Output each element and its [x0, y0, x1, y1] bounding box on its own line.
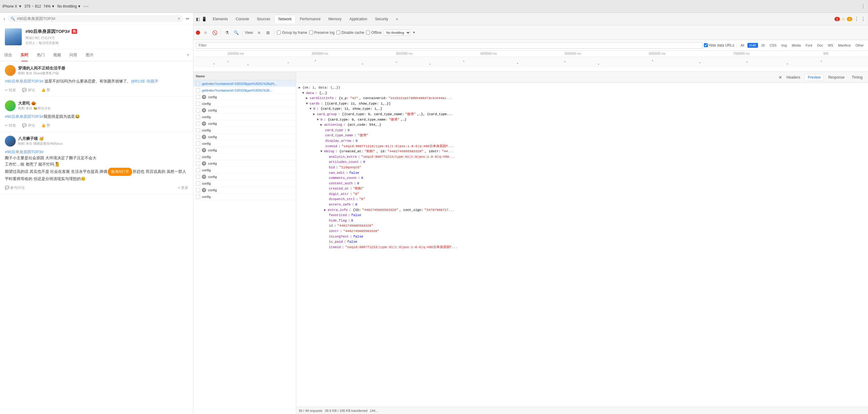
view-screenshot-button[interactable]: ⊞	[265, 29, 272, 36]
mobile-content[interactable]: ‹ 🔍 ✕ ✏ #90后单身原因TOP3# 热	[0, 13, 193, 414]
search-box[interactable]: 🔍 ✕	[7, 15, 183, 22]
record-button[interactable]	[196, 31, 200, 35]
stop-button[interactable]: ⊘	[202, 29, 209, 36]
zoom-selector[interactable]: 74% ▼	[43, 4, 55, 8]
request-item-5[interactable]: config	[193, 114, 296, 120]
filter-css[interactable]: CSS	[768, 43, 779, 48]
request-item-1[interactable]: getIndex?containerid=100103type%3D61%26.…	[193, 87, 296, 94]
tab-图片[interactable]: 图片	[82, 49, 98, 61]
search-button[interactable]: 🔍	[232, 29, 240, 36]
req-checkbox-2[interactable]	[196, 95, 200, 99]
preserve-log-checkbox[interactable]	[309, 31, 313, 34]
tab-add-button[interactable]: +	[183, 50, 193, 60]
tab-application[interactable]: Application	[346, 15, 371, 23]
request-item-17[interactable]: config	[193, 193, 296, 200]
tab-实时[interactable]: 实时	[16, 49, 33, 61]
filter-media[interactable]: Media	[790, 43, 803, 48]
request-item-15[interactable]: config	[193, 180, 296, 187]
filter-ws[interactable]: WS	[826, 43, 835, 48]
request-item-4[interactable]: config	[193, 107, 296, 114]
request-item-8[interactable]: config	[193, 134, 296, 140]
req-checkbox-15[interactable]	[196, 181, 200, 186]
tab-security[interactable]: Security	[371, 15, 392, 23]
throttle-selector[interactable]: No throttling	[383, 30, 411, 36]
view-list-button[interactable]: ≡	[255, 29, 262, 36]
filter-font[interactable]: Font	[804, 43, 814, 48]
req-checkbox-14[interactable]	[196, 175, 200, 179]
tab-performance[interactable]: Performance	[296, 15, 324, 23]
json-collapse-cards[interactable]: ▼	[306, 101, 308, 107]
request-item-3[interactable]: config	[193, 100, 296, 107]
disable-cache-checkbox[interactable]	[336, 31, 340, 34]
json-collapse-actionlog[interactable]: ▶	[320, 122, 322, 128]
throttle-selector-top[interactable]: No throttling ▼	[57, 4, 81, 8]
request-item-10[interactable]: config	[193, 147, 296, 154]
hide-data-urls-checkbox[interactable]	[704, 43, 708, 47]
repost-button-2[interactable]: ↩ 转发	[5, 123, 16, 128]
feed-link-2[interactable]: #90后单身原因TOP3#	[5, 114, 43, 119]
req-checkbox-12[interactable]	[196, 161, 200, 166]
detail-tab-timing[interactable]: Timing	[849, 74, 866, 81]
devtools-more-icon[interactable]: ⋮	[861, 16, 866, 22]
like-button-1[interactable]: 👍 赞	[41, 88, 50, 93]
filter-all[interactable]: All	[739, 43, 746, 48]
offline-checkbox[interactable]	[366, 31, 370, 34]
filter-other[interactable]: Other	[854, 43, 866, 48]
req-checkbox-1[interactable]	[196, 88, 200, 93]
json-collapse-data[interactable]: ▼	[302, 91, 304, 96]
json-collapse-extra-info[interactable]: ▶	[324, 208, 326, 213]
req-checkbox-16[interactable]	[196, 188, 200, 192]
json-collapse-card-group[interactable]: ▶	[313, 112, 315, 117]
json-collapse-cards-0[interactable]: ▼	[309, 106, 312, 112]
device-selector[interactable]: iPhone X ▼	[2, 4, 22, 8]
devtools-settings-icon[interactable]: ⋮	[854, 16, 859, 22]
request-item-13[interactable]: config	[193, 167, 296, 173]
request-item-6[interactable]: config	[193, 120, 296, 127]
req-checkbox-6[interactable]	[196, 122, 200, 126]
req-checkbox-13[interactable]	[196, 168, 200, 172]
json-collapse-root[interactable]: ▶	[299, 85, 301, 91]
json-collapse-group-0[interactable]: ▼	[317, 117, 319, 123]
devtools-left-icon[interactable]: ◧	[196, 17, 200, 22]
request-item-14[interactable]: config	[193, 173, 296, 180]
weibo-open-button[interactable]: 微博内打开	[108, 168, 132, 176]
json-tree[interactable]: ▶ {ok: 1, data: {,…}} ▼ data: {,…} ▶ car…	[296, 83, 868, 407]
req-checkbox-3[interactable]	[196, 101, 200, 106]
like-button-2[interactable]: 👍 赞	[41, 123, 50, 128]
tab-问答[interactable]: 问答	[65, 49, 82, 61]
tab-memory[interactable]: Memory	[325, 15, 345, 23]
comment-button-1[interactable]: 💬 评论	[22, 88, 35, 93]
clear-button[interactable]: 🚫	[211, 29, 218, 36]
req-checkbox-11[interactable]	[196, 155, 200, 159]
filter-manifest[interactable]: Manifest	[836, 43, 852, 48]
more-button-3[interactable]: ≡ 更多	[178, 185, 188, 190]
request-item-2[interactable]: config	[193, 94, 296, 100]
detail-close-button[interactable]: ✕	[779, 75, 782, 80]
request-list[interactable]: Name getIndex?containerid=100103type%3D6…	[193, 72, 296, 414]
req-checkbox-7[interactable]	[196, 128, 200, 132]
req-checkbox-4[interactable]	[196, 108, 200, 113]
tab-console[interactable]: Console	[232, 15, 253, 23]
req-checkbox-17[interactable]	[196, 195, 200, 199]
filter-doc[interactable]: Doc	[815, 43, 825, 48]
request-item-0[interactable]: getIndex?containerid=100103type%3D61%26q…	[193, 81, 296, 87]
tab-视频[interactable]: 视频	[49, 49, 65, 61]
group-by-frame-checkbox[interactable]	[277, 31, 281, 34]
request-item-11[interactable]: config	[193, 154, 296, 160]
filter-js[interactable]: JS	[759, 43, 767, 48]
filter-input[interactable]	[196, 42, 703, 49]
filter-xhr[interactable]: XHR	[747, 43, 758, 48]
request-item-7[interactable]: config	[193, 127, 296, 134]
request-item-12[interactable]: config	[193, 160, 296, 167]
filter-img[interactable]: Img	[779, 43, 788, 48]
detail-tab-preview[interactable]: Preview	[805, 74, 824, 81]
discuss-button-3[interactable]: 💬 参与讨论	[5, 185, 25, 190]
tab-network[interactable]: Network	[274, 15, 296, 23]
req-checkbox-0[interactable]	[196, 82, 200, 86]
detail-tab-headers[interactable]: Headers	[783, 74, 803, 81]
req-checkbox-10[interactable]	[196, 148, 200, 152]
req-checkbox-9[interactable]	[196, 141, 200, 146]
json-collapse-mblog[interactable]: ▼	[320, 149, 322, 154]
detail-tab-response[interactable]: Response	[825, 74, 847, 81]
tab-热门[interactable]: 热门	[33, 49, 49, 61]
